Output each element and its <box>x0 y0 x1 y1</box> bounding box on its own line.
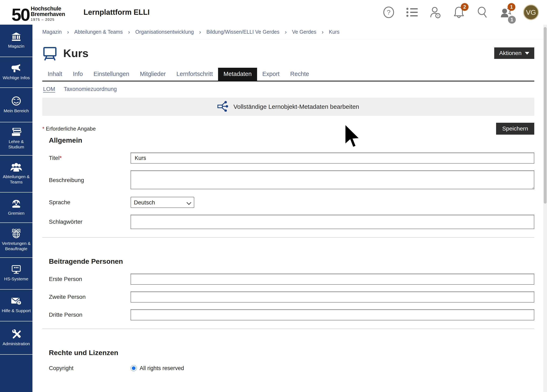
sidebar-item-label: Mein Bereich <box>4 108 29 114</box>
copyright-radio-all-rights-reserved[interactable] <box>130 365 137 371</box>
svg-text:?: ? <box>387 9 390 16</box>
sidebar-item-gremien[interactable]: Gremien <box>0 193 33 223</box>
sidebar-item-hs-systeme[interactable]: HS-Systeme <box>0 258 33 290</box>
tab-mitglieder[interactable]: Mitglieder <box>135 68 171 81</box>
field-row-schlagwoerter: Schlagwörter <box>49 215 534 229</box>
metadata-share-icon <box>218 101 228 113</box>
assembly-icon <box>11 199 21 208</box>
tab-rechte[interactable]: Rechte <box>285 68 314 81</box>
speichern-button[interactable]: Speichern <box>496 123 534 135</box>
page-title: Kurs <box>63 47 89 60</box>
field-row-erste-person: Erste Person <box>49 274 534 285</box>
sidebar-item-lehre-studium[interactable]: Lehre & Studium <box>0 122 33 155</box>
subtab-lom[interactable]: LOM <box>43 86 55 92</box>
breadcrumb-separator: › <box>321 29 323 35</box>
tab-info[interactable]: Info <box>68 68 88 81</box>
chevron-down-icon <box>525 52 529 54</box>
breadcrumb-separator: › <box>128 29 130 35</box>
breadcrumb-separator: › <box>285 29 287 35</box>
logo-line1: Hochschule <box>31 6 65 12</box>
subtab-bar: LOM Taxonomiezuordnung <box>33 81 543 95</box>
breadcrumb-item-magazin[interactable]: Magazin <box>42 29 62 35</box>
sidebar-item-label: Magazin <box>8 43 24 49</box>
required-note-text: Erforderliche Angabe <box>46 126 96 132</box>
tab-lernfortschritt[interactable]: Lernfortschritt <box>171 68 218 81</box>
course-board-icon <box>42 46 57 61</box>
form-toolbar: * Erforderliche Angabe Speichern <box>33 116 543 135</box>
field-row-copyright: Copyright All rights reserved <box>49 365 534 372</box>
breadcrumb-item-bildung-wissen[interactable]: Bildung/Wissen/ELLI Ve Gerdes <box>206 29 280 35</box>
schlagwoerter-input[interactable] <box>130 215 534 229</box>
contacts-icon[interactable]: 1 1 <box>500 6 512 18</box>
vertical-scrollbar[interactable] <box>543 25 547 392</box>
logo-50: 50 <box>12 7 30 23</box>
dritte-person-input[interactable] <box>130 309 534 320</box>
sidebar-item-hilfe-support[interactable]: ? Hilfe & Support <box>0 290 33 321</box>
sidebar-item-magazin[interactable]: Magazin <box>0 25 33 57</box>
zweite-person-input[interactable] <box>130 291 534 303</box>
section-heading-beitragende: Beitragende Personen <box>49 257 534 265</box>
svg-text:!: ! <box>437 14 438 18</box>
hochschule-bremerhaven-logo[interactable]: 50 Hochschule Bremerhaven 1975 – 2025 <box>12 2 65 23</box>
titel-input[interactable] <box>130 153 534 163</box>
field-row-dritte-person: Dritte Person <box>49 309 534 320</box>
top-header: 50 Hochschule Bremerhaven 1975 – 2025 Le… <box>0 0 547 25</box>
tools-icon <box>11 329 21 339</box>
beschreibung-textarea[interactable] <box>130 170 534 189</box>
aktionen-button-label: Aktionen <box>499 50 521 56</box>
avatar[interactable]: VG <box>523 5 539 20</box>
aktionen-button[interactable]: Aktionen <box>494 47 534 59</box>
main-sidebar: Magazin Wichtige Infos Mein Bereich Lehr… <box>0 25 33 392</box>
sidebar-item-abteilungen-teams[interactable]: Abteilungen & Teams <box>0 155 33 193</box>
zweite-person-label: Zweite Person <box>49 294 130 300</box>
breadcrumb-item-kurs[interactable]: Kurs <box>329 29 339 35</box>
section-heading-rechte: Rechte und Lizenzen <box>49 349 534 357</box>
tab-export[interactable]: Export <box>257 68 285 81</box>
required-note: * Erforderliche Angabe <box>42 126 96 132</box>
monitor-icon <box>11 265 21 274</box>
breadcrumb: Magazin › Abteilungen & Teams › Organisa… <box>33 25 543 39</box>
sprache-select[interactable]: Deutsch <box>130 197 194 208</box>
sidebar-item-label: Gremien <box>8 210 25 216</box>
contacts-badge-top: 1 <box>508 3 515 11</box>
sidebar-filler <box>0 355 33 392</box>
breadcrumb-item-abteilungen[interactable]: Abteilungen & Teams <box>74 29 123 35</box>
search-icon[interactable] <box>476 6 488 18</box>
sidebar-item-label: Wichtige Infos <box>3 75 30 81</box>
help-icon[interactable]: ? <box>383 6 395 18</box>
sidebar-item-label: Vertretungen & Beauftragte <box>1 241 32 252</box>
notifications-icon[interactable]: 2 <box>453 6 465 18</box>
tab-metadaten[interactable]: Metadaten <box>218 68 257 81</box>
sidebar-item-administration[interactable]: Administration <box>0 321 33 355</box>
required-asterisk: * <box>60 155 62 161</box>
full-metadata-banner-link[interactable]: Vollständige Lernobjekt-Metadaten bearbe… <box>42 98 534 116</box>
svg-text:?: ? <box>18 301 20 305</box>
sidebar-item-vertretungen-beauftragte[interactable]: Vertretungen & Beauftragte <box>0 223 33 258</box>
user-status-icon[interactable]: ! <box>430 6 441 18</box>
sidebar-item-mein-bereich[interactable]: Mein Bereich <box>0 88 33 122</box>
tab-einstellungen[interactable]: Einstellungen <box>88 68 135 81</box>
field-row-titel: Titel* <box>49 153 534 163</box>
tab-inhalt[interactable]: Inhalt <box>42 68 68 81</box>
smiley-icon <box>12 96 21 106</box>
breadcrumb-item-ve-gerdes[interactable]: Ve Gerdes <box>292 29 316 35</box>
banner-link-label: Vollständige Lernobjekt-Metadaten bearbe… <box>233 103 359 110</box>
list-icon[interactable] <box>406 6 418 18</box>
beschreibung-label: Beschreibung <box>49 177 130 183</box>
copyright-radio-label: All rights reserved <box>140 365 184 372</box>
globe-people-icon <box>11 229 21 238</box>
subtab-taxonomiezuordnung[interactable]: Taxonomiezuordnung <box>64 86 117 92</box>
schlagwoerter-label: Schlagwörter <box>49 219 130 225</box>
erste-person-label: Erste Person <box>49 276 130 282</box>
notifications-badge: 2 <box>461 3 469 11</box>
contacts-badge-bottom: 1 <box>508 16 516 24</box>
sidebar-item-wichtige-infos[interactable]: Wichtige Infos <box>0 57 33 88</box>
tab-bar: Inhalt Info Einstellungen Mitglieder Ler… <box>42 68 534 81</box>
scrollbar-thumb[interactable] <box>544 27 547 203</box>
logo-years: 1975 – 2025 <box>31 18 65 22</box>
sidebar-item-label: Hilfe & Support <box>2 308 31 313</box>
field-row-sprache: Sprache Deutsch <box>49 197 534 208</box>
erste-person-input[interactable] <box>130 274 534 285</box>
dritte-person-label: Dritte Person <box>49 311 130 318</box>
breadcrumb-item-organisationsentwicklung[interactable]: Organisationsentwicklung <box>135 29 194 35</box>
